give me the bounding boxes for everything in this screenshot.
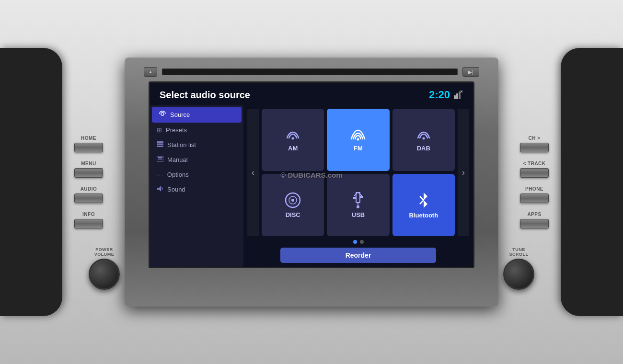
dashboard-right	[561, 48, 623, 316]
phone-label: PHONE	[525, 186, 543, 192]
dab-source-button[interactable]: DAB	[392, 109, 455, 171]
head-unit-bezel: ▲ ▶| Select audio source 2:20	[125, 57, 498, 307]
tune-knob-label: TUNESCROLL	[509, 247, 529, 257]
sound-label: Sound	[167, 186, 185, 193]
am-source-button[interactable]: AM	[262, 109, 324, 171]
svg-line-26	[420, 200, 424, 204]
svg-line-25	[420, 196, 424, 200]
dab-label: DAB	[417, 145, 430, 152]
screen-inner: Select audio source 2:20	[150, 83, 473, 267]
screen-title: Select audio source	[160, 90, 250, 101]
page-dot-2	[360, 240, 364, 244]
home-label: HOME	[81, 136, 96, 141]
am-waves-icon	[284, 128, 301, 142]
svg-point-15	[422, 137, 425, 139]
bluetooth-icon	[417, 192, 430, 209]
audio-button-group: AUDIO	[74, 186, 103, 203]
volume-knob-area: POWERVOLUME	[89, 247, 120, 290]
page-dot-1	[353, 240, 357, 244]
home-button[interactable]	[74, 143, 103, 152]
station-list-label: Station list	[167, 141, 196, 148]
ch-button[interactable]	[520, 143, 549, 152]
usb-source-button[interactable]: USB	[327, 174, 389, 236]
svg-rect-10	[158, 157, 162, 158]
svg-rect-2	[459, 91, 461, 99]
options-icon: ···	[157, 171, 163, 178]
menu-item-sound[interactable]: Sound	[150, 182, 243, 197]
cd-slot	[162, 68, 458, 75]
next-page-button[interactable]: ›	[458, 109, 469, 236]
am-label: AM	[288, 145, 298, 152]
menu-item-station-list[interactable]: Station list	[150, 137, 243, 152]
skip-icon: ▶|	[468, 69, 473, 75]
track-button-group: < TRACK	[520, 161, 549, 178]
info-button-group: INFO	[74, 212, 103, 228]
svg-point-18	[291, 199, 294, 202]
manual-label: Manual	[167, 156, 188, 163]
left-controls-panel: HOME MENU AUDIO INFO	[74, 136, 103, 228]
menu-label: MENU	[81, 161, 96, 166]
home-button-group: HOME	[74, 136, 103, 152]
fm-label: FM	[354, 145, 363, 152]
apps-label: APPS	[527, 212, 541, 217]
screen-header: Select audio source 2:20	[150, 83, 473, 105]
svg-rect-7	[157, 144, 163, 145]
fm-waves-icon	[349, 128, 367, 142]
bluetooth-source-button[interactable]: Bluetooth	[392, 174, 455, 236]
menu-item-manual[interactable]: Manual	[150, 152, 243, 167]
svg-rect-8	[157, 146, 163, 147]
skip-button[interactable]: ▶|	[462, 67, 479, 77]
svg-rect-11	[158, 159, 162, 159]
apps-button[interactable]	[520, 219, 549, 228]
source-icon	[159, 111, 166, 119]
manual-icon	[157, 156, 163, 163]
usb-label: USB	[352, 211, 365, 218]
phone-button[interactable]	[520, 193, 549, 203]
svg-rect-1	[456, 93, 458, 99]
infotainment-screen: Select audio source 2:20	[149, 81, 474, 268]
cd-slot-area: ▲ ▶|	[139, 67, 484, 77]
audio-button[interactable]	[74, 193, 103, 203]
ch-button-group: CH >	[520, 136, 549, 152]
apps-button-group: APPS	[520, 212, 549, 228]
svg-point-14	[357, 138, 359, 140]
audio-source-grid: AM FM	[262, 109, 455, 236]
fm-source-button[interactable]: FM	[327, 109, 389, 171]
options-label: Options	[167, 171, 189, 178]
disc-icon	[285, 192, 301, 208]
station-list-icon	[157, 141, 163, 148]
menu-button[interactable]	[74, 168, 103, 178]
left-menu: Source ⊞ Presets Station list	[150, 105, 243, 267]
svg-point-5	[161, 113, 164, 115]
menu-item-source[interactable]: Source	[152, 107, 242, 123]
eject-button[interactable]: ▲	[144, 67, 157, 77]
tune-scroll-knob[interactable]	[503, 259, 534, 290]
time-area: 2:20	[429, 89, 463, 101]
screen-time: 2:20	[429, 89, 450, 101]
volume-knob-label: POWERVOLUME	[94, 247, 115, 257]
presets-label: Presets	[166, 126, 187, 134]
info-label: INFO	[82, 212, 95, 217]
svg-rect-6	[157, 141, 163, 143]
prev-page-button[interactable]: ‹	[247, 109, 259, 236]
reorder-button[interactable]: Reorder	[280, 248, 436, 263]
page-dots	[247, 239, 469, 245]
source-label: Source	[170, 111, 190, 118]
audio-grid-area: ‹ AM	[243, 105, 473, 267]
grid-with-nav: ‹ AM	[247, 109, 469, 236]
tune-knob-area: TUNESCROLL	[503, 247, 534, 290]
track-button[interactable]	[520, 168, 549, 178]
screen-content: Source ⊞ Presets Station list	[150, 105, 473, 267]
disc-source-button[interactable]: DISC	[262, 174, 324, 236]
usb-icon	[351, 192, 365, 208]
info-button[interactable]	[74, 219, 103, 228]
menu-button-group: MENU	[74, 161, 103, 178]
svg-point-20	[357, 205, 359, 208]
phone-button-group: PHONE	[520, 186, 549, 203]
power-volume-knob[interactable]	[89, 259, 120, 290]
menu-item-presets[interactable]: ⊞ Presets	[150, 123, 243, 137]
svg-point-13	[292, 137, 294, 139]
ch-label: CH >	[528, 136, 540, 141]
eject-icon: ▲	[149, 69, 153, 74]
menu-item-options[interactable]: ··· Options	[150, 167, 243, 182]
